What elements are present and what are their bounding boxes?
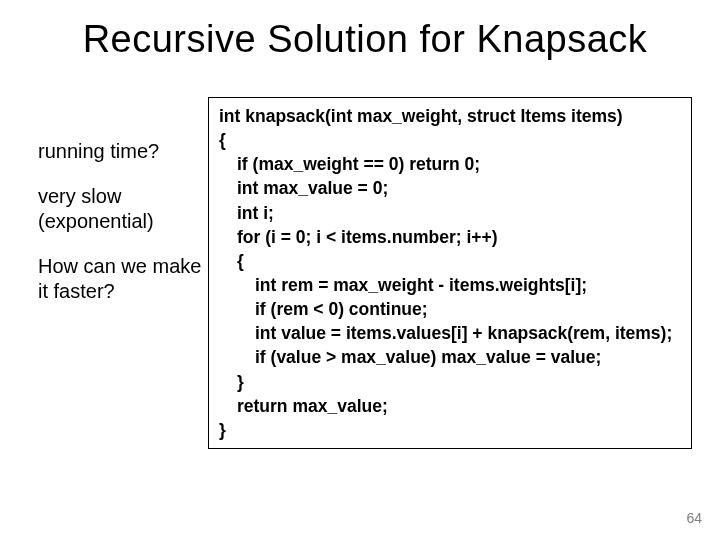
running-time-answer: very slow (exponential) — [38, 184, 208, 234]
slide-title: Recursive Solution for Knapsack — [38, 18, 692, 61]
slide: Recursive Solution for Knapsack running … — [0, 0, 720, 540]
code-line: int value = items.values[i] + knapsack(r… — [219, 321, 681, 345]
code-line: for (i = 0; i < items.number; i++) — [219, 225, 681, 249]
code-line: int knapsack(int max_weight, struct Item… — [219, 104, 681, 128]
code-line: } — [219, 370, 681, 394]
faster-question: How can we make it faster? — [38, 254, 208, 304]
code-line: if (value > max_value) max_value = value… — [219, 345, 681, 369]
code-line: { — [219, 249, 681, 273]
code-line: } — [219, 418, 681, 442]
page-number: 64 — [686, 510, 702, 526]
code-block: int knapsack(int max_weight, struct Item… — [208, 97, 692, 449]
code-line: int rem = max_weight - items.weights[i]; — [219, 273, 681, 297]
running-time-question: running time? — [38, 139, 208, 164]
right-column: int knapsack(int max_weight, struct Item… — [208, 97, 692, 449]
slide-body: running time? very slow (exponential) Ho… — [38, 97, 692, 449]
code-line: if (max_weight == 0) return 0; — [219, 152, 681, 176]
code-line: return max_value; — [219, 394, 681, 418]
code-line: if (rem < 0) continue; — [219, 297, 681, 321]
code-line: int i; — [219, 201, 681, 225]
left-column: running time? very slow (exponential) Ho… — [38, 97, 208, 449]
code-line: int max_value = 0; — [219, 176, 681, 200]
code-line: { — [219, 128, 681, 152]
